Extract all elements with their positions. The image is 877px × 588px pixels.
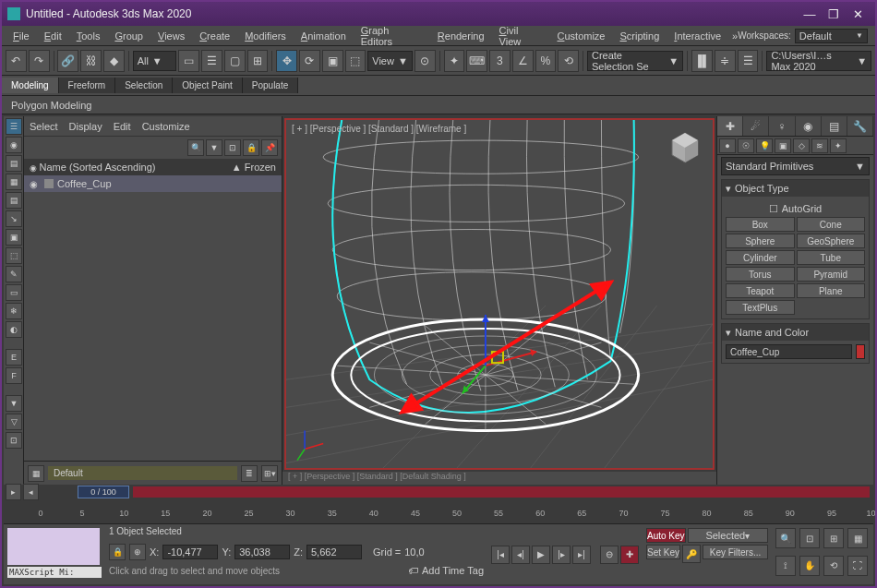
- play-button[interactable]: ▶: [532, 546, 550, 564]
- menu-rendering[interactable]: Rendering: [430, 29, 492, 43]
- menu-civilview[interactable]: Civil View: [492, 23, 550, 49]
- item-f-icon[interactable]: F: [6, 367, 22, 384]
- selected-dropdown[interactable]: Selected ▾: [688, 528, 768, 543]
- x-input[interactable]: -10,477: [162, 545, 218, 559]
- select-region-button[interactable]: ▢: [224, 50, 246, 72]
- key-mode-button[interactable]: ⊖: [600, 546, 619, 564]
- next-frame-button[interactable]: |▸: [552, 546, 571, 564]
- ribbon-populate[interactable]: Populate: [243, 78, 298, 93]
- undo-button[interactable]: ↶: [6, 50, 27, 72]
- light-icon[interactable]: ▤: [6, 192, 22, 209]
- tab-display[interactable]: ▤: [822, 116, 847, 136]
- tab-modify[interactable]: ☄: [743, 116, 769, 136]
- menu-edit[interactable]: Edit: [37, 29, 69, 43]
- selection-set-icon[interactable]: ⊡: [224, 139, 241, 156]
- layer-tools-icon[interactable]: ⊞▾: [261, 465, 278, 482]
- collapse-icon[interactable]: ▽: [6, 414, 22, 430]
- visibility-icon[interactable]: ◉: [30, 179, 41, 189]
- spinner-snap-button[interactable]: ⟲: [558, 50, 579, 72]
- ribbon-modeling[interactable]: Modeling: [2, 78, 59, 93]
- menu-customize[interactable]: Customize: [550, 29, 613, 43]
- time-config-button[interactable]: ✚: [620, 546, 639, 564]
- timeline-track[interactable]: [133, 486, 870, 498]
- goto-end-button[interactable]: ▸|: [572, 546, 591, 564]
- torus-button[interactable]: Torus: [726, 267, 795, 282]
- fov-button[interactable]: ⟟: [775, 556, 796, 576]
- ribbon-freeform[interactable]: Freeform: [59, 78, 116, 93]
- add-time-tag[interactable]: Add Time Tag: [422, 565, 484, 576]
- tab-create[interactable]: ✚: [717, 116, 743, 136]
- mru-dropdown[interactable]: C:\Users\I…s Max 2020▼: [766, 51, 871, 71]
- goto-start-button[interactable]: |◂: [491, 546, 510, 564]
- tube-button[interactable]: Tube: [797, 250, 866, 265]
- menu-views[interactable]: Views: [150, 29, 192, 43]
- material-preview[interactable]: [7, 528, 100, 565]
- maxscript-listener[interactable]: MAXScript Mi:: [7, 567, 102, 578]
- scene-tab-customize[interactable]: Customize: [142, 121, 190, 132]
- sphere-button[interactable]: Sphere: [726, 234, 795, 248]
- unlink-button[interactable]: ⛓: [80, 50, 102, 72]
- rollout-name-color[interactable]: ▾Name and Color: [722, 324, 869, 341]
- ribbon-sub-label[interactable]: Polygon Modeling: [11, 100, 91, 111]
- pyramid-button[interactable]: Pyramid: [797, 267, 866, 282]
- container-icon[interactable]: ▭: [6, 284, 22, 301]
- key-icon[interactable]: 🔑: [682, 545, 701, 563]
- primitive-category-dropdown[interactable]: Standard Primitives▼: [721, 157, 870, 175]
- workspace-dropdown[interactable]: Default▼: [795, 29, 868, 43]
- setkey-button[interactable]: Set Key: [646, 545, 680, 559]
- maximize-button[interactable]: ❐: [822, 5, 846, 23]
- scene-explorer-icon[interactable]: ☰: [6, 118, 22, 135]
- orbit-button[interactable]: ⟲: [823, 556, 844, 576]
- layer-add-icon[interactable]: ≣: [241, 465, 258, 482]
- mirror-button[interactable]: ▐▌: [691, 50, 713, 72]
- selection-filter-dropdown[interactable]: All▼: [133, 51, 177, 71]
- autogrid-checkbox[interactable]: ☐: [769, 203, 778, 215]
- keyfilters-button[interactable]: Key Filters...: [703, 545, 768, 559]
- teapot-button[interactable]: Teapot: [726, 283, 795, 298]
- object-color-swatch[interactable]: [856, 344, 865, 359]
- bone-icon[interactable]: ✎: [6, 266, 22, 282]
- rotate-button[interactable]: ⟳: [299, 50, 320, 72]
- sub-lights-icon[interactable]: 💡: [756, 138, 773, 153]
- window-crossing-button[interactable]: ⊞: [247, 50, 269, 72]
- sub-spacewarps-icon[interactable]: ≋: [811, 138, 828, 153]
- menu-create[interactable]: Create: [192, 29, 237, 43]
- sub-shapes-icon[interactable]: ☉: [738, 138, 754, 153]
- layer-default[interactable]: Default: [48, 466, 237, 480]
- zoom-extents-button[interactable]: ⊞: [823, 528, 844, 548]
- close-button[interactable]: ✕: [846, 5, 870, 23]
- maximize-viewport-button[interactable]: ⛶: [847, 556, 868, 576]
- object-name-input[interactable]: [726, 344, 852, 359]
- tab-motion[interactable]: ◉: [796, 116, 822, 136]
- tab-hierarchy[interactable]: ♀: [769, 116, 795, 136]
- link-button[interactable]: 🔗: [57, 50, 78, 72]
- plane-button[interactable]: Plane: [797, 283, 866, 298]
- search-icon[interactable]: 🔍: [187, 139, 204, 156]
- expand-icon[interactable]: ⊡: [6, 432, 22, 449]
- minimize-button[interactable]: —: [798, 5, 822, 23]
- viewport-perspective[interactable]: [ + ] [Perspective ] [Standard ] [Wirefr…: [284, 118, 715, 470]
- box-button[interactable]: Box: [726, 217, 795, 232]
- scene-tab-edit[interactable]: Edit: [114, 121, 131, 132]
- viewcube[interactable]: [667, 129, 703, 166]
- pivot-button[interactable]: ⊙: [414, 50, 436, 72]
- scene-header[interactable]: ◉ Name (Sorted Ascending) ▲ Frozen: [24, 159, 282, 175]
- keyboard-button[interactable]: ⌨: [466, 50, 487, 72]
- y-input[interactable]: 36,038: [234, 545, 290, 559]
- menu-animation[interactable]: Animation: [294, 29, 354, 43]
- viewport-label[interactable]: [ + ] [Perspective ] [Standard ] [Wirefr…: [292, 124, 466, 134]
- camera-icon[interactable]: ▦: [6, 174, 22, 190]
- named-selection-dropdown[interactable]: Create Selection Se▼: [587, 51, 683, 71]
- scene-item-coffee-cup[interactable]: ◉ Coffee_Cup: [24, 175, 282, 192]
- rollout-object-type[interactable]: ▾Object Type: [722, 180, 869, 197]
- bind-button[interactable]: ◆: [103, 50, 125, 72]
- ribbon-selection[interactable]: Selection: [115, 78, 173, 93]
- z-input[interactable]: 5,662: [306, 545, 362, 559]
- space-icon[interactable]: ⬚: [6, 247, 22, 264]
- sub-systems-icon[interactable]: ✦: [830, 138, 847, 153]
- cylinder-button[interactable]: Cylinder: [726, 250, 795, 265]
- timeline-tool2-icon[interactable]: ◂: [23, 484, 39, 500]
- filter-view-icon[interactable]: ▼: [206, 139, 222, 156]
- helper-icon[interactable]: ▣: [6, 229, 22, 246]
- eye-icon[interactable]: ◉: [6, 137, 22, 153]
